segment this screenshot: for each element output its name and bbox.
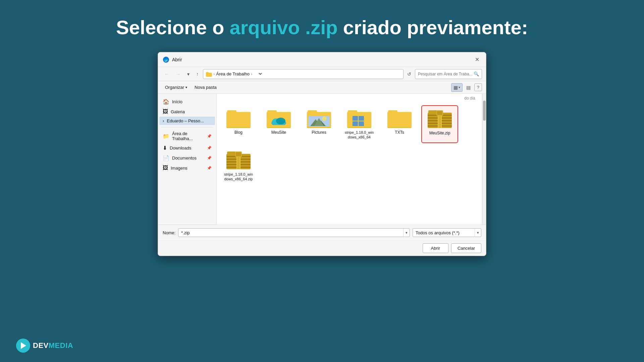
title-bar: Abrir ✕ xyxy=(158,52,486,67)
organize-button[interactable]: Organizar ▾ xyxy=(162,83,190,92)
new-folder-button[interactable]: Nova pasta xyxy=(192,83,220,92)
svg-rect-2 xyxy=(206,72,209,74)
open-button[interactable]: Abrir xyxy=(423,243,448,253)
svg-rect-5 xyxy=(227,110,236,114)
file-item-meusite[interactable]: MeuSite xyxy=(260,105,297,143)
help-button[interactable]: ? xyxy=(474,83,482,91)
file-dialog: Abrir ✕ ← → ▾ ↑ › Área de Trabalho › ↺ 🔍 xyxy=(158,52,486,256)
sidebar-label-inicio: Início xyxy=(172,99,182,104)
action-bar-left: Organizar ▾ Nova pasta xyxy=(162,83,220,92)
action-bar: Organizar ▾ Nova pasta ▦ ▾ ▤ ? xyxy=(158,81,486,94)
filename-dropdown-button[interactable]: ▾ xyxy=(403,229,410,237)
top-label: do dia xyxy=(464,96,475,101)
sidebar-item-documentos[interactable]: 📄 Documentos 📌 xyxy=(159,153,215,163)
svg-rect-22 xyxy=(348,110,357,114)
dev-label: DEV xyxy=(33,341,49,350)
svg-rect-51 xyxy=(236,152,241,156)
media-label: MEDIA xyxy=(49,341,73,350)
sidebar-label-galeria: Galeria xyxy=(171,109,185,114)
file-item-blog[interactable]: Blog xyxy=(220,105,257,143)
view-large-button[interactable]: ▦ ▾ xyxy=(451,83,463,92)
devmedia-text: DEVMEDIA xyxy=(33,341,73,350)
filetype-wrapper: ▾ xyxy=(413,228,481,237)
gallery-icon: 🖼 xyxy=(163,109,168,115)
nav-toolbar: ← → ▾ ↑ › Área de Trabalho › ↺ 🔍 xyxy=(158,67,486,81)
back-button[interactable]: ← xyxy=(162,70,171,78)
sidebar-item-eduardo[interactable]: › Eduardo – Pesso... xyxy=(159,117,215,125)
address-chevron-2: › xyxy=(251,71,252,76)
dialog-icon xyxy=(163,56,169,63)
svg-point-11 xyxy=(276,118,285,124)
close-button[interactable]: ✕ xyxy=(473,56,481,63)
forward-button[interactable]: → xyxy=(173,70,183,78)
action-bar-right: ▦ ▾ ▤ ? xyxy=(451,83,482,92)
title-part1: Selecione o xyxy=(116,16,229,38)
title-part2: criado previamente: xyxy=(338,16,528,38)
scrollbar[interactable] xyxy=(482,94,486,225)
file-name-stripe-zip: stripe_1.18.0_windows_x86_64.zip xyxy=(224,172,253,182)
organize-label: Organizar xyxy=(165,85,184,90)
file-item-meusite-zip[interactable]: MeuSite.zip xyxy=(421,105,458,143)
files-grid: Blog xyxy=(220,97,479,185)
folder-pictures-icon xyxy=(307,109,331,128)
devmedia-logo: DEVMEDIA xyxy=(16,339,73,353)
title-bar-left: Abrir xyxy=(163,56,182,63)
folder-base-pictures xyxy=(307,109,331,128)
view-large-icon: ▦ xyxy=(453,85,458,90)
address-chevron-1: › xyxy=(213,71,215,76)
filetype-input[interactable] xyxy=(413,229,475,236)
folder-small-icon xyxy=(206,71,212,77)
dropdown-button[interactable]: ▾ xyxy=(185,70,192,78)
address-location: Área de Trabalho xyxy=(216,71,250,76)
zip-folder-meusite-svg xyxy=(428,109,452,129)
file-item-stripe-win[interactable]: stripe_1.18.0_windows_x86_64 xyxy=(341,105,378,143)
svg-rect-24 xyxy=(359,116,364,121)
sidebar-item-downloads[interactable]: ⬇ Downloads 📌 xyxy=(159,143,215,153)
scrollbar-thumb[interactable] xyxy=(483,101,486,121)
onedrive-cloud-icon xyxy=(271,116,287,125)
sidebar-item-galeria[interactable]: 🖼 Galeria xyxy=(159,107,215,116)
address-bar[interactable]: › Área de Trabalho › xyxy=(203,69,404,79)
svg-rect-8 xyxy=(267,110,277,114)
home-icon: 🏠 xyxy=(163,99,169,105)
filename-input[interactable] xyxy=(178,229,403,236)
dialog-title: Abrir xyxy=(172,57,182,62)
onedrive-overlay xyxy=(271,116,287,125)
page-title: Selecione o arquivo .zip criado previame… xyxy=(116,16,528,39)
pin-icon-area: 📌 xyxy=(207,134,212,138)
action-buttons: Abrir Cancelar xyxy=(158,240,486,256)
address-dropdown[interactable] xyxy=(254,71,263,77)
file-item-stripe-zip[interactable]: stripe_1.18.0_windows_x86_64.zip xyxy=(220,146,257,185)
view-details-icon: ▤ xyxy=(466,85,471,90)
files-area: do dia Blog xyxy=(217,94,482,225)
svg-rect-29 xyxy=(388,110,397,114)
folder-icon-area: 📁 xyxy=(163,133,169,139)
folder-meusite-icon xyxy=(267,109,291,128)
pin-icon-documentos: 📌 xyxy=(207,156,212,160)
name-input-wrapper: ▾ xyxy=(178,228,410,237)
organize-chevron-icon: ▾ xyxy=(185,85,187,89)
pin-icon-downloads: 📌 xyxy=(207,146,212,150)
sidebar-item-imagens[interactable]: 🖼 Imagens 📌 xyxy=(159,163,215,173)
view-details-button[interactable]: ▤ xyxy=(464,83,473,92)
cancel-button[interactable]: Cancelar xyxy=(451,243,481,253)
folder-txts-icon xyxy=(387,109,412,128)
sidebar-label-eduardo: Eduardo – Pesso... xyxy=(167,118,204,123)
download-icon: ⬇ xyxy=(163,145,167,151)
title-highlight: arquivo .zip xyxy=(229,16,337,38)
filetype-dropdown-button[interactable]: ▾ xyxy=(475,229,481,237)
up-button[interactable]: ↑ xyxy=(194,70,201,78)
svg-point-19 xyxy=(322,116,327,121)
refresh-button[interactable]: ↺ xyxy=(406,71,413,77)
search-bar[interactable]: 🔍 xyxy=(415,69,482,79)
sidebar-label-documentos: Documentos xyxy=(172,156,204,161)
file-item-pictures[interactable]: Pictures xyxy=(301,105,337,143)
pin-icon-imagens: 📌 xyxy=(207,166,212,170)
sidebar-item-inicio[interactable]: 🏠 Início xyxy=(159,97,215,107)
sidebar: 🏠 Início 🖼 Galeria › Eduardo – Pesso... … xyxy=(158,94,217,225)
docs-icon: 📄 xyxy=(163,155,169,161)
file-item-txts[interactable]: TXTs xyxy=(381,105,418,143)
sidebar-divider xyxy=(161,127,213,127)
search-input[interactable] xyxy=(418,72,474,76)
sidebar-item-area-trabalho[interactable]: 📁 Área de Trabalha... 📌 xyxy=(159,129,215,143)
